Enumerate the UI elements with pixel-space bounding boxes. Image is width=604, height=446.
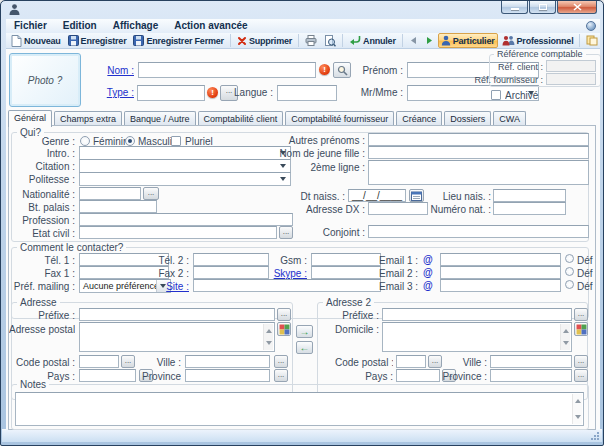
- scroll-up-icon[interactable]: [266, 326, 272, 333]
- nav-next-button[interactable]: [422, 33, 437, 48]
- at-icon[interactable]: @: [423, 280, 433, 291]
- menu-item-fichier[interactable]: Fichier: [6, 19, 55, 33]
- professionnel-toggle[interactable]: Professionnel: [499, 33, 577, 48]
- tab-dossiers[interactable]: Dossiers: [444, 111, 491, 125]
- masculin-radio[interactable]: [125, 136, 135, 146]
- citation-select[interactable]: [79, 159, 291, 173]
- adresse2-ville-browse-button[interactable]: ...: [574, 355, 588, 368]
- email2-input[interactable]: [440, 266, 561, 279]
- adresse-pays-input[interactable]: [79, 369, 136, 382]
- scroll-down-icon[interactable]: [575, 415, 581, 422]
- email1-input[interactable]: [440, 253, 561, 266]
- maximize-button[interactable]: [529, 1, 556, 14]
- dt-naiss-calendar-button[interactable]: [409, 189, 424, 202]
- adresse2-ville-input[interactable]: [490, 355, 572, 368]
- gsm-input[interactable]: [311, 253, 381, 266]
- menu-item-affichage[interactable]: Affichage: [105, 19, 167, 33]
- close-button[interactable]: [557, 1, 597, 14]
- adresse2-province-browse-button[interactable]: ...: [574, 369, 588, 382]
- numero-nat-input[interactable]: [493, 202, 566, 215]
- undo-button[interactable]: Annuler: [346, 33, 399, 48]
- adresse-dx-input[interactable]: [368, 202, 428, 215]
- domicile-textarea[interactable]: [382, 322, 572, 352]
- adresse-map-button[interactable]: [277, 322, 291, 336]
- feminin-radio[interactable]: [80, 136, 90, 146]
- conjoint-input[interactable]: [368, 225, 589, 238]
- site-input[interactable]: [193, 279, 381, 292]
- scroll-down-icon[interactable]: [563, 341, 569, 348]
- etat-civil-browse-button[interactable]: ...: [279, 226, 293, 239]
- minimize-button[interactable]: [501, 1, 528, 14]
- adresse2-pays-input[interactable]: [396, 369, 440, 382]
- profession-input[interactable]: [79, 213, 293, 226]
- etat-civil-input[interactable]: [79, 226, 277, 239]
- nom-link[interactable]: Nom :: [64, 65, 134, 76]
- menu-item-action-avancee[interactable]: Action avancée: [166, 19, 255, 33]
- nom-jeune-fille-input[interactable]: [368, 146, 589, 159]
- titlebar[interactable]: [1, 1, 603, 19]
- print-button[interactable]: [302, 33, 320, 48]
- tel2-input[interactable]: [193, 253, 269, 266]
- scrollbar[interactable]: [572, 394, 582, 424]
- site-link[interactable]: Site :: [159, 281, 189, 292]
- copy-address-right-button[interactable]: →: [296, 325, 313, 338]
- adresse-province-browse-button[interactable]: ...: [274, 369, 288, 382]
- scroll-up-icon[interactable]: [563, 326, 569, 333]
- archive-checkbox[interactable]: [491, 90, 501, 100]
- langue-input[interactable]: [277, 85, 337, 101]
- type-input[interactable]: [137, 85, 205, 101]
- politesse-select[interactable]: [79, 172, 291, 186]
- adresse-province-input[interactable]: [185, 369, 270, 382]
- tab-comptabilite-client[interactable]: Comptabilité client: [198, 111, 284, 125]
- new-button[interactable]: Nouveau: [8, 33, 64, 48]
- tab-banque-autre[interactable]: Banque / Autre: [124, 111, 196, 125]
- adresse2-code-postal-input[interactable]: [396, 355, 426, 368]
- menu-corner-icon[interactable]: [586, 21, 596, 31]
- tab-cwa[interactable]: CWA: [493, 111, 526, 125]
- bt-palais-input[interactable]: [79, 200, 157, 213]
- print-preview-button[interactable]: [321, 33, 339, 48]
- nom-input[interactable]: [138, 62, 316, 78]
- photo-placeholder[interactable]: Photo ?: [9, 53, 81, 107]
- copy-address-left-button[interactable]: ←: [296, 341, 313, 354]
- at-icon[interactable]: @: [423, 267, 433, 278]
- adresse-code-postal-input[interactable]: [79, 355, 119, 368]
- nom-lookup-button[interactable]: [333, 62, 351, 78]
- pluriel-checkbox[interactable]: [171, 136, 181, 146]
- save-close-button[interactable]: Enregistrer Fermer: [130, 33, 226, 48]
- deuxieme-ligne-textarea[interactable]: [368, 160, 589, 185]
- scrollbar[interactable]: [263, 324, 273, 350]
- dt-naiss-input[interactable]: __/__/____: [348, 189, 406, 202]
- adresse-ville-browse-button[interactable]: ...: [274, 355, 288, 368]
- adresse-prefixe-input[interactable]: [79, 308, 275, 321]
- lieu-nais-input[interactable]: [493, 189, 566, 202]
- notes-textarea[interactable]: [15, 392, 584, 426]
- scrollbar[interactable]: [560, 324, 570, 350]
- email3-input[interactable]: [440, 279, 561, 292]
- copy-ci-button[interactable]: Copier données de CI: [583, 33, 600, 48]
- adresse2-code-postal-browse-button[interactable]: ...: [428, 355, 442, 368]
- tab-creance[interactable]: Créance: [396, 111, 442, 125]
- email1-def-radio[interactable]: [565, 254, 574, 263]
- email3-def-radio[interactable]: [565, 280, 574, 289]
- particulier-toggle[interactable]: Particulier: [438, 33, 498, 48]
- skype-input[interactable]: [311, 266, 381, 279]
- type-link[interactable]: Type :: [64, 87, 134, 98]
- save-button[interactable]: Enregistrer: [65, 33, 130, 48]
- adresse2-map-button[interactable]: [574, 322, 588, 336]
- tab-general[interactable]: Général: [8, 110, 52, 127]
- nav-prev-button[interactable]: [406, 33, 421, 48]
- resize-grip[interactable]: [590, 431, 600, 441]
- tab-comptabilite-fournisseur[interactable]: Comptabilité fournisseur: [285, 111, 394, 125]
- adresse-code-postal-browse-button[interactable]: ...: [121, 355, 135, 368]
- adresse-prefixe-browse-button[interactable]: ...: [277, 308, 291, 321]
- nationalite-input[interactable]: [79, 187, 141, 200]
- delete-button[interactable]: Supprimer: [234, 33, 295, 48]
- at-icon[interactable]: @: [423, 254, 433, 265]
- email2-def-radio[interactable]: [565, 267, 574, 276]
- nationalite-browse-button[interactable]: ...: [143, 187, 159, 200]
- adresse-ville-input[interactable]: [185, 355, 270, 368]
- adresse2-prefixe-input[interactable]: [382, 308, 572, 321]
- adresse2-province-input[interactable]: [490, 369, 572, 382]
- menu-item-edition[interactable]: Edition: [55, 19, 105, 33]
